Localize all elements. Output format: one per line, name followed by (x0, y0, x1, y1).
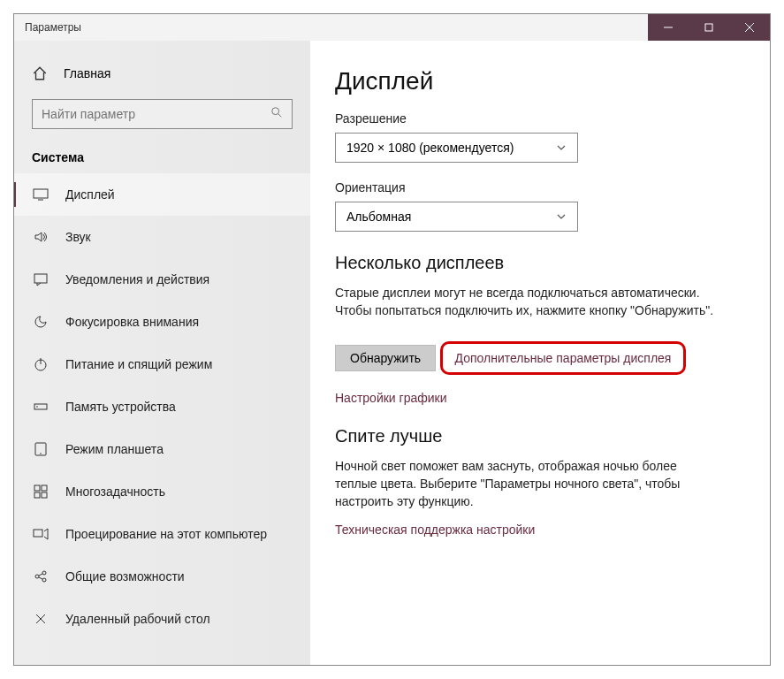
orientation-label: Ориентация (335, 180, 745, 195)
sidebar-item-label: Общие возможности (65, 569, 185, 584)
svg-rect-6 (34, 189, 48, 198)
search-input[interactable] (42, 107, 270, 121)
sidebar-item-remote[interactable]: Удаленный рабочий стол (14, 598, 310, 640)
sleep-better-text: Ночной свет поможет вам заснуть, отображ… (335, 457, 715, 511)
tablet-icon (32, 440, 49, 458)
window-title: Параметры (14, 21, 81, 34)
minimize-button[interactable] (648, 14, 689, 41)
sidebar-item-display[interactable]: Дисплей (14, 173, 310, 216)
sidebar: Главная Система Дисплей Звук Уведомления… (14, 41, 310, 665)
sidebar-item-label: Питание и спящий режим (65, 357, 212, 371)
svg-rect-18 (42, 492, 47, 498)
sidebar-item-notifications[interactable]: Уведомления и действия (14, 258, 310, 301)
resolution-combo[interactable]: 1920 × 1080 (рекомендуется) (335, 133, 578, 163)
advanced-display-link[interactable]: Дополнительные параметры дисплея (455, 351, 672, 365)
focus-icon (32, 313, 49, 331)
sidebar-item-label: Память устройства (65, 400, 176, 414)
sidebar-item-sound[interactable]: Звук (14, 216, 310, 258)
orientation-value: Альбомная (346, 210, 411, 224)
storage-icon (32, 398, 49, 416)
sidebar-item-multitask[interactable]: Многозадачность (14, 470, 310, 513)
maximize-icon (704, 23, 713, 32)
svg-point-12 (36, 406, 38, 408)
sidebar-item-tablet[interactable]: Режим планшета (14, 428, 310, 470)
chevron-down-icon (556, 211, 567, 222)
sidebar-item-label: Многозадачность (65, 484, 165, 499)
titlebar: Параметры (14, 14, 770, 41)
chevron-down-icon (556, 142, 567, 153)
svg-line-5 (278, 114, 282, 118)
sidebar-item-label: Удаленный рабочий стол (65, 612, 210, 626)
sidebar-item-label: Дисплей (65, 187, 115, 202)
support-link[interactable]: Техническая поддержка настройки (335, 523, 745, 537)
sidebar-item-shared[interactable]: Общие возможности (14, 555, 310, 598)
svg-point-20 (35, 575, 39, 578)
detect-button[interactable]: Обнаружить (335, 345, 436, 371)
sidebar-item-focus[interactable]: Фокусировка внимания (14, 301, 310, 343)
home-label: Главная (64, 66, 110, 80)
svg-point-14 (40, 453, 42, 454)
svg-line-23 (39, 574, 42, 576)
sidebar-item-label: Фокусировка внимания (65, 315, 199, 329)
close-button[interactable] (729, 14, 770, 41)
sidebar-item-project[interactable]: Проецирование на этот компьютер (14, 513, 310, 555)
sidebar-item-label: Режим планшета (65, 442, 164, 456)
sidebar-item-label: Уведомления и действия (65, 272, 209, 286)
power-icon (32, 355, 49, 373)
multi-displays-text: Старые дисплеи могут не всегда подключат… (335, 284, 715, 320)
home-link[interactable]: Главная (14, 58, 310, 88)
svg-rect-8 (34, 274, 47, 283)
settings-window: Параметры Главная (13, 13, 771, 666)
svg-point-4 (272, 108, 279, 115)
page-title: Дисплей (335, 67, 745, 95)
graphics-settings-link[interactable]: Настройки графики (335, 391, 745, 405)
search-icon (270, 106, 283, 122)
project-icon (32, 525, 49, 543)
svg-rect-15 (34, 485, 40, 491)
sleep-better-heading: Спите лучше (335, 426, 745, 446)
orientation-combo[interactable]: Альбомная (335, 202, 578, 232)
svg-rect-11 (34, 404, 47, 409)
svg-point-21 (42, 571, 46, 575)
svg-rect-19 (34, 530, 42, 537)
close-icon (745, 23, 754, 32)
svg-rect-16 (42, 485, 47, 491)
sidebar-item-storage[interactable]: Память устройства (14, 385, 310, 428)
display-icon (32, 186, 49, 203)
sidebar-item-power[interactable]: Питание и спящий режим (14, 343, 310, 385)
maximize-button[interactable] (689, 14, 729, 41)
notifications-icon (32, 271, 49, 288)
svg-line-24 (39, 577, 42, 579)
sidebar-item-label: Проецирование на этот компьютер (65, 527, 267, 541)
resolution-label: Разрешение (335, 111, 745, 126)
highlight-box: Дополнительные параметры дисплея (440, 341, 687, 375)
svg-point-22 (42, 578, 46, 582)
svg-rect-1 (705, 24, 712, 31)
home-icon (32, 65, 48, 81)
window-controls (648, 14, 770, 41)
sidebar-item-label: Звук (65, 230, 91, 244)
shared-icon (32, 568, 49, 585)
remote-icon (32, 610, 49, 628)
svg-rect-17 (34, 492, 40, 498)
resolution-value: 1920 × 1080 (рекомендуется) (346, 141, 514, 155)
multitask-icon (32, 483, 49, 500)
multi-displays-heading: Несколько дисплеев (335, 253, 745, 273)
section-label: Система (14, 145, 310, 173)
content-area: Дисплей Разрешение 1920 × 1080 (рекоменд… (310, 41, 770, 665)
search-box[interactable] (32, 99, 293, 129)
sound-icon (32, 228, 49, 246)
minimize-icon (664, 23, 673, 32)
